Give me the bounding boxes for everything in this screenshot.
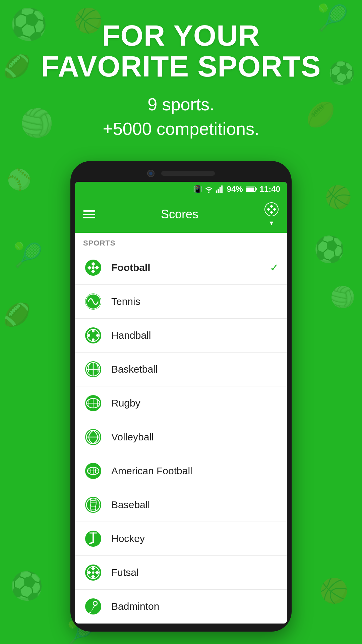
soccer-ball-icon [264,202,279,219]
dropdown-arrow-icon: ▼ [268,220,275,227]
sport-item-rugby[interactable]: Rugby [75,386,287,420]
sport-selector-button[interactable]: ▼ [264,202,279,227]
sport-item-baseball[interactable]: Baseball [75,488,287,522]
vibrate-icon: 📳 [193,185,202,194]
sport-name-football: Football [111,262,150,273]
tennis-icon [83,291,103,312]
sport-name-rugby: Rugby [111,397,140,409]
phone-mockup: 📳 94% [0,161,362,632]
app-bar: Scores ▼ [75,197,287,233]
futsal-icon [83,562,103,583]
subtitle: 9 sports. +5000 competitions. [0,92,362,141]
app-title: Scores [161,207,198,221]
sport-name-tennis: Tennis [111,296,140,307]
phone-top-bar [75,167,287,182]
sport-item-football[interactable]: Football ✓ [75,251,287,285]
sport-name-baseball: Baseball [111,499,150,511]
sport-item-volleyball[interactable]: Volleyball [75,420,287,454]
svg-point-0 [208,192,209,193]
sport-item-american-football[interactable]: American Football [75,454,287,488]
svg-rect-3 [219,187,221,193]
svg-point-14 [92,266,95,269]
sport-name-american-football: American Football [111,465,192,477]
football-icon [83,258,103,278]
sports-section-label: SPORTS [75,233,287,251]
status-bar: 📳 94% [75,182,287,197]
wifi-icon [204,185,214,193]
time-display: 11:40 [260,184,280,194]
sport-item-basketball[interactable]: Basketball [75,353,287,386]
sports-list: SPORTS Football ✓ Tennis [75,233,287,624]
camera [147,170,155,177]
svg-point-42 [85,497,101,513]
sport-name-volleyball: Volleyball [111,431,154,443]
svg-marker-12 [273,208,276,211]
sport-item-handball[interactable]: Handball [75,319,287,353]
svg-marker-9 [270,205,273,208]
selected-checkmark: ✓ [270,261,279,274]
svg-point-53 [92,572,95,574]
battery-icon [246,185,257,193]
main-title: FOR YOUR FAVORITE SPORTS [0,20,362,82]
sport-name-hockey: Hockey [111,533,145,544]
svg-point-19 [92,330,95,332]
sport-name-handball: Handball [111,330,151,341]
phone-screen: 📳 94% [75,182,287,624]
sport-name-futsal: Futsal [111,567,139,578]
sport-item-futsal[interactable]: Futsal [75,556,287,590]
svg-point-22 [96,334,99,337]
hamburger-menu-button[interactable] [83,210,95,218]
speaker [161,171,215,176]
american-football-icon [83,461,103,481]
svg-marker-11 [267,208,270,211]
battery-percent: 94% [227,184,243,194]
phone-outer: 📳 94% [70,161,292,632]
svg-rect-6 [246,187,254,191]
badminton-icon [83,596,103,616]
svg-rect-2 [218,189,219,193]
baseball-icon [83,495,103,515]
svg-point-21 [87,334,90,337]
basketball-icon [83,359,103,379]
sport-name-basketball: Basketball [111,364,158,375]
sport-item-hockey[interactable]: Hockey [75,522,287,556]
svg-rect-7 [255,188,256,191]
svg-rect-1 [216,191,217,193]
signal-icon [216,185,224,193]
svg-rect-4 [221,185,223,193]
sport-item-tennis[interactable]: Tennis [75,285,287,319]
rugby-icon [83,393,103,413]
handball-icon [83,325,103,345]
sport-item-badminton[interactable]: Badminton [75,590,287,624]
hockey-icon [83,529,103,549]
svg-marker-10 [270,211,273,214]
sport-name-badminton: Badminton [111,601,159,612]
svg-point-20 [92,338,95,341]
svg-point-54 [85,598,101,614]
volleyball-icon [83,427,103,447]
header-area: FOR YOUR FAVORITE SPORTS 9 sports. +5000… [0,0,362,154]
status-icons: 📳 [193,185,224,194]
